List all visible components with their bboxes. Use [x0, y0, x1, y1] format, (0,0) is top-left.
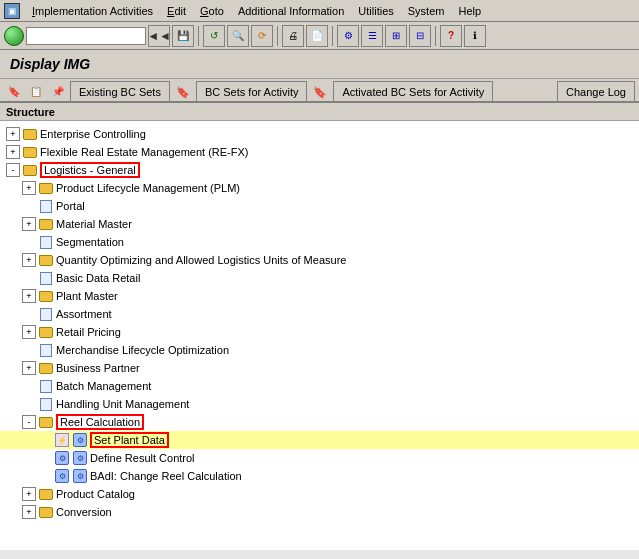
tree-row[interactable]: +Enterprise Controlling — [0, 125, 639, 143]
tree-item-icon — [22, 163, 38, 177]
tree-expander[interactable]: + — [22, 487, 36, 501]
sep4 — [435, 26, 436, 46]
save-btn[interactable]: 💾 — [172, 25, 194, 47]
tree-row[interactable]: Portal — [0, 197, 639, 215]
main-content: Structure +Enterprise Controlling+Flexib… — [0, 103, 639, 550]
menu-system[interactable]: System — [402, 4, 451, 18]
refresh-btn[interactable]: ↺ — [203, 25, 225, 47]
tree-item-label: Conversion — [56, 506, 112, 518]
tree-expander[interactable]: + — [6, 145, 20, 159]
tree-item-icon — [38, 181, 54, 195]
tree-row[interactable]: ⚡⚙Set Plant Data — [0, 431, 639, 449]
menu-edit[interactable]: Edit — [161, 4, 192, 18]
tree-item-label: Segmentation — [56, 236, 124, 248]
layout-btn[interactable]: ☰ — [361, 25, 383, 47]
menu-additional-info[interactable]: Additional Information — [232, 4, 350, 18]
tree-row[interactable]: Handling Unit Management — [0, 395, 639, 413]
tab-sep1: 🔖 — [172, 86, 194, 101]
tree-item-icon2: ⚙ — [72, 433, 88, 447]
tab-change-log[interactable]: Change Log — [557, 81, 635, 101]
tree-row[interactable]: -Reel Calculation — [0, 413, 639, 431]
find-next-btn[interactable]: ⟳ — [251, 25, 273, 47]
tree-row[interactable]: Merchandise Lifecycle Optimization — [0, 341, 639, 359]
bc-set-icon1[interactable]: 🔖 — [4, 81, 24, 101]
tree-row[interactable]: Basic Data Retail — [0, 269, 639, 287]
tab-bc-activity[interactable]: BC Sets for Activity — [196, 81, 308, 101]
tree-row[interactable]: +Quantity Optimizing and Allowed Logisti… — [0, 251, 639, 269]
help-btn[interactable]: ? — [440, 25, 462, 47]
tree-item-label: Product Lifecycle Management (PLM) — [56, 182, 240, 194]
tree-row[interactable]: Batch Management — [0, 377, 639, 395]
tree-item-label: Reel Calculation — [56, 416, 144, 428]
tree-item-icon — [38, 235, 54, 249]
tree-expander[interactable]: + — [22, 253, 36, 267]
page-title: Display IMG — [10, 56, 90, 72]
app-icon: ▣ — [4, 3, 20, 19]
tree-row[interactable]: +Retail Pricing — [0, 323, 639, 341]
tree-row[interactable]: +Plant Master — [0, 287, 639, 305]
tree-item-label: Quantity Optimizing and Allowed Logistic… — [56, 254, 346, 266]
bc-set-icon3[interactable]: 📌 — [48, 81, 68, 101]
tree-item-label: Material Master — [56, 218, 132, 230]
collapse-btn[interactable]: ⊟ — [409, 25, 431, 47]
tabs-area: 🔖 📋 📌 Existing BC Sets 🔖 BC Sets for Act… — [0, 79, 639, 103]
tree-item-icon: ⚙ — [54, 469, 70, 483]
tree-expander[interactable]: - — [6, 163, 20, 177]
tree-row[interactable]: ⚙⚙Define Result Control — [0, 449, 639, 467]
tree-item-label: Plant Master — [56, 290, 118, 302]
menu-help[interactable]: Help — [452, 4, 487, 18]
tree-expander[interactable]: + — [22, 505, 36, 519]
tree-item-icon — [22, 145, 38, 159]
tree-row[interactable]: +Material Master — [0, 215, 639, 233]
menu-utilities[interactable]: Utilities — [352, 4, 399, 18]
tree-item-icon — [38, 289, 54, 303]
tree-item-icon — [38, 325, 54, 339]
tree-item-icon — [38, 217, 54, 231]
expand-btn[interactable]: ⊞ — [385, 25, 407, 47]
tree-expander[interactable]: + — [22, 181, 36, 195]
bc-set-icon2[interactable]: 📋 — [26, 81, 46, 101]
tree-row[interactable]: Segmentation — [0, 233, 639, 251]
tree-row[interactable]: +Business Partner — [0, 359, 639, 377]
menu-goto[interactable]: Goto — [194, 4, 230, 18]
tree-item-label: Assortment — [56, 308, 112, 320]
tree-item-label: BAdI: Change Reel Calculation — [90, 470, 242, 482]
command-field[interactable] — [26, 27, 146, 45]
menu-bar: ▣ Implementation Activities Edit Goto Ad… — [0, 0, 639, 22]
settings-btn[interactable]: ⚙ — [337, 25, 359, 47]
tree-expander[interactable]: + — [22, 361, 36, 375]
tree-item-icon — [38, 307, 54, 321]
tree-item-icon2: ⚙ — [72, 451, 88, 465]
menu-implementation-activities[interactable]: Implementation Activities — [26, 4, 159, 18]
print-btn[interactable]: 🖨 — [282, 25, 304, 47]
tree-row[interactable]: +Product Lifecycle Management (PLM) — [0, 179, 639, 197]
tree-row[interactable]: +Flexible Real Estate Management (RE-FX) — [0, 143, 639, 161]
info-btn[interactable]: ℹ — [464, 25, 486, 47]
tree-row[interactable]: +Product Catalog — [0, 485, 639, 503]
nav-back-btn[interactable]: ◄◄ — [148, 25, 170, 47]
tree-item-label: Basic Data Retail — [56, 272, 140, 284]
tree-item-label: Define Result Control — [90, 452, 195, 464]
tree-item-icon — [38, 505, 54, 519]
tree-row[interactable]: Assortment — [0, 305, 639, 323]
tree-expander[interactable]: + — [22, 325, 36, 339]
tab-activated-bc[interactable]: Activated BC Sets for Activity — [333, 81, 493, 101]
print2-btn[interactable]: 📄 — [306, 25, 328, 47]
find-btn[interactable]: 🔍 — [227, 25, 249, 47]
tree-expander[interactable]: + — [22, 289, 36, 303]
tab-existing-bc[interactable]: Existing BC Sets — [70, 81, 170, 101]
tree-item-icon — [38, 415, 54, 429]
tree-item-label: Merchandise Lifecycle Optimization — [56, 344, 229, 356]
tree-row[interactable]: +Conversion — [0, 503, 639, 521]
tree-item-label: Business Partner — [56, 362, 140, 374]
tree-row[interactable]: -Logistics - General — [0, 161, 639, 179]
tree-item-label: Handling Unit Management — [56, 398, 189, 410]
tree-row[interactable]: ⚙⚙BAdI: Change Reel Calculation — [0, 467, 639, 485]
tree-item-icon — [38, 397, 54, 411]
tree-expander[interactable]: - — [22, 415, 36, 429]
tree-expander[interactable]: + — [6, 127, 20, 141]
tree-expander[interactable]: + — [22, 217, 36, 231]
tree-item-icon: ⚙ — [54, 451, 70, 465]
tree-item-icon — [38, 343, 54, 357]
tree-item-icon — [22, 127, 38, 141]
